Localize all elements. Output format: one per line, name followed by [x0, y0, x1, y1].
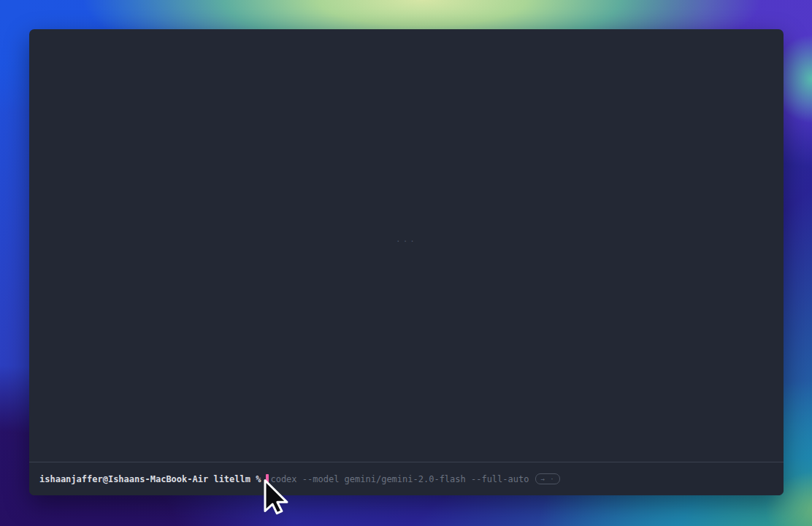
command-input-line[interactable]: ishaanjaffer@Ishaans-MacBook-Air litellm…	[39, 473, 560, 484]
loading-dots-indicator: ···	[396, 237, 417, 246]
prompt-bar: ishaanjaffer@Ishaans-MacBook-Air litellm…	[29, 462, 784, 495]
terminal-output-area[interactable]: ···	[29, 29, 784, 462]
accept-suggestion-hint-badge: → ·	[535, 473, 559, 484]
command-autosuggestion: codex --model gemini/gemini-2.0-flash --…	[270, 474, 529, 484]
text-caret	[266, 474, 269, 484]
terminal-window[interactable]: ··· ishaanjaffer@Ishaans-MacBook-Air lit…	[29, 29, 784, 495]
shell-prompt-label: ishaanjaffer@Ishaans-MacBook-Air litellm…	[39, 474, 261, 484]
